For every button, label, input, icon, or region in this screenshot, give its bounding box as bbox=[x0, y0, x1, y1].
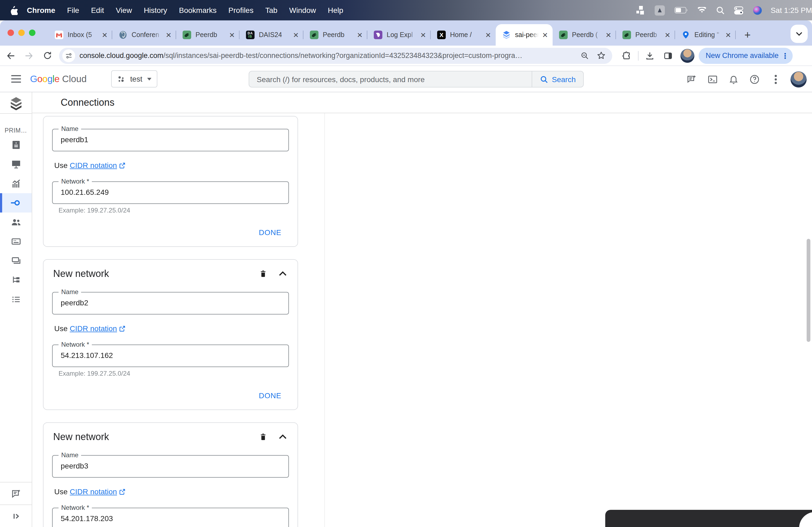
collapse-card-button[interactable] bbox=[276, 431, 289, 443]
tab-close-icon[interactable]: ✕ bbox=[724, 31, 733, 39]
menubar-item-help[interactable]: Help bbox=[322, 0, 349, 20]
tab-search-chevron-button[interactable] bbox=[791, 25, 808, 43]
hamburger-menu-icon[interactable] bbox=[6, 69, 26, 89]
name-field[interactable]: Name bbox=[52, 455, 289, 478]
sidebar-item-backups[interactable] bbox=[0, 251, 32, 270]
sidebar-item-operations[interactable] bbox=[0, 290, 32, 309]
control-center-icon[interactable] bbox=[734, 6, 743, 14]
menubar-item-profiles[interactable]: Profiles bbox=[222, 0, 259, 20]
site-settings-icon[interactable] bbox=[62, 49, 75, 62]
menubar-clock[interactable]: Sat 1:25 PM bbox=[771, 6, 812, 15]
tab-close-icon[interactable]: ✕ bbox=[292, 31, 300, 39]
help-icon[interactable] bbox=[746, 71, 763, 87]
cidr-notation-link[interactable]: CIDR notation bbox=[70, 487, 126, 496]
name-input[interactable] bbox=[53, 129, 288, 150]
wifi-icon[interactable] bbox=[698, 7, 707, 14]
sidebar-item-users[interactable] bbox=[0, 212, 32, 232]
address-bar[interactable]: console.cloud.google.com/sql/instances/s… bbox=[59, 47, 612, 64]
extensions-icon[interactable] bbox=[620, 48, 634, 62]
tab-close-icon[interactable]: ✕ bbox=[419, 31, 427, 39]
collapse-card-button[interactable] bbox=[276, 267, 289, 280]
name-input[interactable] bbox=[53, 292, 288, 313]
menubar-item-view[interactable]: View bbox=[110, 0, 138, 20]
menubar-item-window[interactable]: Window bbox=[283, 0, 322, 20]
name-field[interactable]: Name bbox=[52, 292, 289, 315]
apple-menu-icon[interactable] bbox=[10, 6, 18, 15]
tab-editing[interactable]: Editing " ✕ bbox=[675, 26, 736, 44]
cidr-notation-link[interactable]: CIDR notation bbox=[70, 161, 126, 169]
sidebar-item-connections[interactable] bbox=[0, 193, 32, 212]
tab-close-icon[interactable]: ✕ bbox=[100, 31, 109, 39]
browser-profile-avatar[interactable] bbox=[680, 48, 694, 62]
chrome-update-button[interactable]: New Chrome available ⋮ bbox=[699, 47, 793, 64]
menubar-item-file[interactable]: File bbox=[61, 0, 85, 20]
vertical-scrollbar-thumb[interactable] bbox=[807, 239, 810, 342]
bookmark-star-icon[interactable] bbox=[595, 50, 607, 61]
siri-icon[interactable] bbox=[753, 6, 762, 15]
network-field[interactable]: Network * bbox=[52, 508, 289, 527]
zoom-out-icon[interactable] bbox=[579, 50, 591, 61]
close-window-button[interactable] bbox=[8, 30, 14, 36]
menubar-item-history[interactable]: History bbox=[138, 0, 173, 20]
tab-close-icon[interactable]: ✕ bbox=[541, 31, 549, 39]
reload-button[interactable] bbox=[40, 48, 55, 63]
new-tab-button[interactable]: + bbox=[740, 27, 755, 42]
cloud-shell-icon[interactable] bbox=[705, 71, 721, 87]
cloud-search-button[interactable]: Search bbox=[532, 71, 583, 87]
project-picker-button[interactable]: test bbox=[112, 70, 157, 88]
browser-menu-icon[interactable]: ⋮ bbox=[780, 50, 791, 61]
name-input[interactable] bbox=[53, 456, 288, 476]
collapse-panel-button[interactable] bbox=[0, 505, 32, 527]
delete-network-button[interactable] bbox=[257, 267, 270, 280]
delete-network-button[interactable] bbox=[257, 431, 270, 443]
cidr-notation-link[interactable]: CIDR notation bbox=[70, 324, 126, 333]
sidebar-item-monitoring[interactable] bbox=[0, 154, 32, 174]
menubar-item-edit[interactable]: Edit bbox=[85, 0, 110, 20]
google-cloud-logo[interactable]: Google Cloud bbox=[30, 73, 87, 85]
cloud-search-input[interactable] bbox=[249, 75, 532, 84]
stats-blocks-icon[interactable] bbox=[636, 6, 645, 15]
sidebar-item-replicas[interactable] bbox=[0, 270, 32, 290]
done-button[interactable]: DONE bbox=[259, 228, 281, 237]
network-field[interactable]: Network * bbox=[52, 181, 289, 204]
tab-close-icon[interactable]: ✕ bbox=[356, 31, 364, 39]
menubar-item-tab[interactable]: Tab bbox=[259, 0, 283, 20]
battery-icon[interactable] bbox=[675, 7, 688, 13]
side-panel-icon[interactable] bbox=[661, 48, 675, 62]
tab-home-x[interactable]: X Home / ✕ bbox=[431, 26, 496, 44]
tab-peerdb-2[interactable]: Peerdb ✕ bbox=[303, 26, 367, 44]
tab-close-icon[interactable]: ✕ bbox=[484, 31, 492, 39]
tab-close-icon[interactable]: ✕ bbox=[663, 31, 672, 39]
menubar-app-icon[interactable] bbox=[655, 5, 665, 15]
menubar-item-bookmarks[interactable]: Bookmarks bbox=[173, 0, 222, 20]
minimize-window-button[interactable] bbox=[18, 30, 25, 36]
tab-inbox[interactable]: Inbox (5 ✕ bbox=[48, 26, 112, 44]
tab-close-icon[interactable]: ✕ bbox=[164, 31, 173, 39]
tab-conference[interactable]: Conferen ✕ bbox=[112, 26, 176, 44]
forward-button[interactable] bbox=[21, 48, 37, 63]
sidebar-item-databases[interactable] bbox=[0, 232, 32, 251]
back-button[interactable] bbox=[3, 48, 18, 63]
more-options-icon[interactable] bbox=[767, 71, 784, 87]
sidebar-item-system-insights[interactable] bbox=[0, 174, 32, 193]
zoom-window-button[interactable] bbox=[29, 30, 35, 36]
download-icon[interactable] bbox=[643, 48, 657, 62]
tab-close-icon[interactable]: ✕ bbox=[228, 31, 236, 39]
tab-dais24[interactable]: DAIS DAIS24 ✕ bbox=[240, 26, 303, 44]
notifications-bell-icon[interactable] bbox=[726, 71, 742, 87]
tab-sai-peerdb-active[interactable]: sai-peer ✕ bbox=[496, 24, 553, 46]
tab-peerdb-1[interactable]: Peerdb ✕ bbox=[176, 26, 240, 44]
tab-peerdb-4[interactable]: Peerdb ✕ bbox=[616, 26, 675, 44]
tab-log-explorer[interactable]: Log Expl ✕ bbox=[367, 26, 431, 44]
name-field[interactable]: Name bbox=[52, 129, 289, 151]
release-notes-button[interactable] bbox=[0, 482, 32, 505]
account-avatar[interactable] bbox=[791, 71, 807, 87]
network-field[interactable]: Network * bbox=[52, 345, 289, 367]
spotlight-search-icon[interactable] bbox=[716, 6, 724, 14]
menubar-item-chrome[interactable]: Chrome bbox=[21, 0, 61, 20]
tab-peerdb-3[interactable]: Peerdb ( ✕ bbox=[553, 26, 616, 44]
gemini-assist-icon[interactable] bbox=[684, 71, 700, 87]
sidebar-item-overview[interactable] bbox=[0, 135, 32, 154]
tab-close-icon[interactable]: ✕ bbox=[604, 31, 613, 39]
done-button[interactable]: DONE bbox=[259, 391, 281, 400]
